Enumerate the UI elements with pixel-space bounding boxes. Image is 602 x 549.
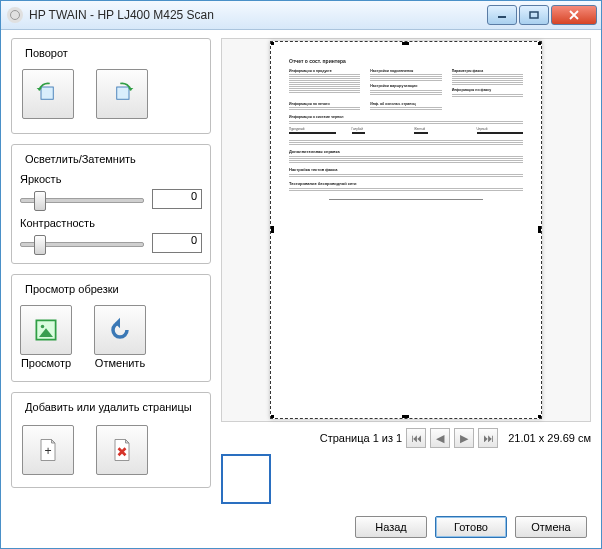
prev-page-button[interactable]: ◀ [430,428,450,448]
svg-rect-2 [41,87,53,99]
first-page-button[interactable]: ⏮ [406,428,426,448]
page-indicator: Страница 1 из 1 [320,432,402,444]
svg-point-7 [41,325,45,329]
crop-handle[interactable] [270,415,274,419]
crop-handle[interactable] [270,226,274,233]
contrast-label: Контрастность [20,217,202,229]
crop-handle[interactable] [538,41,542,45]
contrast-value[interactable]: 0 [152,233,202,253]
svg-rect-4 [117,87,129,99]
pages-group: Добавить или удалить страницы + [11,392,211,488]
rotate-right-button[interactable] [96,69,148,119]
thumbnail-strip [221,450,591,508]
preview-button-label: Просмотр [21,357,71,369]
last-page-button[interactable]: ⏭ [478,428,498,448]
next-page-button[interactable]: ▶ [454,428,474,448]
maximize-button[interactable] [519,5,549,25]
crop-handle[interactable] [538,415,542,419]
contrast-slider[interactable] [20,233,144,253]
window-title: HP TWAIN - HP LJ400 M425 Scan [29,8,487,22]
rotate-group: Поворот [11,38,211,134]
svg-text:+: + [44,444,51,458]
delete-page-button[interactable] [96,425,148,475]
lighten-group: Осветлить/Затемнить Яркость 0 Контрастно… [11,144,211,264]
svg-rect-1 [530,12,538,18]
back-button[interactable]: Назад [355,516,427,538]
svg-rect-0 [498,16,506,18]
page-dimensions: 21.01 x 29.69 см [508,432,591,444]
crop-handle[interactable] [270,41,274,45]
undo-crop-button[interactable] [94,305,146,355]
crop-preview-group: Просмотр обрезки Просмотр От [11,274,211,382]
crop-handle[interactable] [402,41,409,45]
cancel-dialog-button[interactable]: Отмена [515,516,587,538]
crop-handle[interactable] [402,415,409,419]
preview-area[interactable]: Отчет о сост. принтера Информация о прод… [221,38,591,422]
done-button[interactable]: Готово [435,516,507,538]
app-icon [7,7,23,23]
preview-button[interactable] [20,305,72,355]
minimize-button[interactable] [487,5,517,25]
close-button[interactable] [551,5,597,25]
brightness-slider[interactable] [20,189,144,209]
document-content: Отчет о сост. принтера Информация о прод… [289,58,523,404]
svg-marker-11 [52,440,56,444]
dialog-footer: Назад Готово Отмена [11,508,591,542]
add-page-button[interactable]: + [22,425,74,475]
scan-dialog: HP TWAIN - HP LJ400 M425 Scan Поворот [0,0,602,549]
titlebar: HP TWAIN - HP LJ400 M425 Scan [1,1,601,30]
brightness-value[interactable]: 0 [152,189,202,209]
page-thumbnail[interactable] [221,454,271,504]
svg-marker-14 [126,440,130,444]
scanned-page[interactable]: Отчет о сост. принтера Информация о прод… [270,41,542,419]
undo-crop-label: Отменить [95,357,145,369]
brightness-label: Яркость [20,173,202,185]
rotate-left-button[interactable] [22,69,74,119]
crop-handle[interactable] [538,226,542,233]
